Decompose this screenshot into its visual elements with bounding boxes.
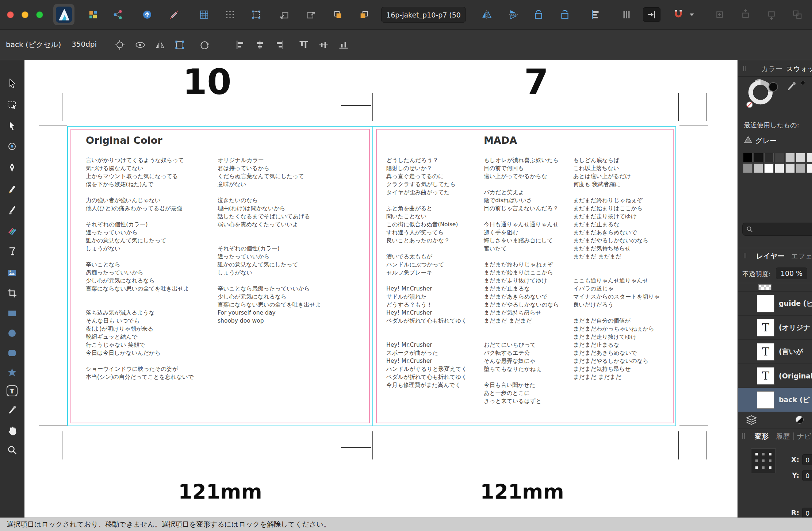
insert-replace-icon[interactable] <box>790 7 805 22</box>
export-badge-icon[interactable] <box>140 7 154 22</box>
align-bottom-icon[interactable] <box>337 38 350 51</box>
move-front-icon[interactable] <box>303 7 318 22</box>
color-swatch[interactable] <box>764 153 774 162</box>
color-swatch[interactable] <box>754 153 763 162</box>
corner-tool[interactable] <box>4 138 20 154</box>
dotted-grid-icon[interactable] <box>223 7 237 22</box>
layer-row[interactable]: T (Original <box>738 363 812 388</box>
text-tool[interactable]: T <box>4 383 20 399</box>
alignment-icon[interactable] <box>588 7 603 22</box>
close-button[interactable] <box>7 11 14 18</box>
flip-horizontal-icon[interactable] <box>479 7 494 22</box>
bounding-box-icon[interactable] <box>173 38 186 51</box>
fill-gradient-tool[interactable] <box>4 243 20 259</box>
color-swatch[interactable] <box>796 153 805 162</box>
color-swatch[interactable] <box>807 163 812 173</box>
color-swatch[interactable] <box>775 163 784 173</box>
color-swatch[interactable] <box>785 163 795 173</box>
swatch-search-field[interactable] <box>742 223 812 236</box>
snap-bounds-icon[interactable] <box>249 7 264 22</box>
swatch-category-dropdown[interactable]: グレー <box>755 136 777 146</box>
rotate-cw-icon[interactable] <box>558 7 572 22</box>
tab-effects[interactable]: エフェ <box>791 251 812 261</box>
ungroup-icon[interactable] <box>357 7 371 22</box>
minimize-button[interactable] <box>22 11 28 18</box>
pen-tool[interactable] <box>4 159 20 176</box>
document-canvas[interactable]: 10 7 Original Color 言いがかりつけてくるような奴らって気づけ… <box>24 60 738 517</box>
mirror-icon[interactable] <box>153 38 166 51</box>
layer-row[interactable]: guide (ピ <box>738 291 812 315</box>
rectangle-tool[interactable] <box>4 305 20 321</box>
tab-layers[interactable]: レイヤー <box>756 251 784 261</box>
anchor-point-selector[interactable] <box>751 449 776 473</box>
distribute-icon[interactable] <box>619 7 634 22</box>
align-middle-icon[interactable] <box>317 38 330 51</box>
opacity-dropdown[interactable]: 100 % <box>776 268 807 279</box>
crop-tool[interactable] <box>4 285 20 301</box>
share-icon[interactable] <box>111 7 125 22</box>
node-tool[interactable] <box>4 118 20 134</box>
y-field[interactable]: 0 <box>802 470 812 481</box>
panel-grip[interactable] <box>742 433 745 439</box>
zoom-tool[interactable] <box>4 442 20 458</box>
align-left-icon[interactable] <box>234 38 247 51</box>
assets-icon[interactable] <box>86 7 100 22</box>
move-tool[interactable] <box>4 76 20 92</box>
layer-row-partial[interactable] <box>738 283 812 291</box>
secondary-color-swatch[interactable] <box>769 82 778 92</box>
rotate-ccw-icon[interactable] <box>531 7 546 22</box>
color-picker-icon[interactable] <box>786 81 797 92</box>
color-swatch[interactable] <box>807 153 812 162</box>
picture-frame-tool[interactable] <box>4 265 20 281</box>
insert-inside-icon[interactable] <box>712 7 727 22</box>
tab-navigator[interactable]: ナビ <box>797 432 811 441</box>
no-fill-icon[interactable] <box>746 101 753 108</box>
r-field[interactable]: 0 <box>802 508 812 517</box>
color-swatch[interactable] <box>743 153 752 162</box>
align-center-h-icon[interactable] <box>253 38 267 51</box>
insert-below-icon[interactable] <box>764 7 779 22</box>
tab-transform[interactable]: 変形 <box>755 432 769 441</box>
rounded-rectangle-tool[interactable] <box>4 345 20 361</box>
pan-tool[interactable] <box>4 422 20 438</box>
x-field[interactable]: 0 <box>802 454 812 465</box>
pencil-tool[interactable] <box>4 181 20 197</box>
insert-target-icon[interactable] <box>643 7 660 22</box>
edit-slash-icon[interactable] <box>167 7 181 22</box>
zoom-button[interactable] <box>36 11 43 18</box>
color-swatch[interactable] <box>743 163 752 173</box>
tab-history[interactable]: 履歴 <box>776 432 790 441</box>
tab-swatches[interactable]: スウォッチ <box>786 64 812 74</box>
color-swatch[interactable] <box>754 163 763 173</box>
layers-stack-icon[interactable] <box>746 415 757 425</box>
adjustment-icon[interactable] <box>796 416 804 424</box>
paint-brush-tool[interactable] <box>4 202 20 218</box>
insert-above-icon[interactable] <box>738 7 753 22</box>
align-right-icon[interactable] <box>273 38 286 51</box>
color-swatch[interactable] <box>785 153 795 162</box>
color-swatch[interactable] <box>764 163 774 173</box>
tab-color[interactable]: カラー <box>761 64 782 74</box>
snapping-caret-icon[interactable] <box>688 7 696 22</box>
vector-brush-tool[interactable] <box>4 222 20 238</box>
cycle-selection-icon[interactable] <box>198 38 211 51</box>
star-tool[interactable] <box>4 365 20 381</box>
color-picker-tool[interactable] <box>4 402 20 418</box>
move-back-icon[interactable] <box>277 7 292 22</box>
snapping-magnet-icon[interactable] <box>671 7 686 22</box>
app-icon[interactable] <box>53 4 74 25</box>
rotation-center-icon[interactable] <box>113 38 126 51</box>
color-swatch[interactable] <box>796 163 805 173</box>
layer-row[interactable]: T (オリジナ <box>738 315 812 339</box>
align-top-icon[interactable] <box>297 38 310 51</box>
group-icon[interactable] <box>330 7 345 22</box>
layer-row[interactable]: T (言いが <box>738 339 812 363</box>
flip-vertical-icon[interactable] <box>506 7 521 22</box>
layer-row-selected[interactable]: back (ピ <box>738 388 812 412</box>
preview-eye-icon[interactable] <box>134 38 147 51</box>
document-title-dropdown[interactable]: 16p-jaket_p10-p7 (50 <box>381 7 466 23</box>
frame-tool[interactable] <box>4 97 20 113</box>
ellipse-tool[interactable] <box>4 325 20 341</box>
panel-grip[interactable] <box>744 253 746 258</box>
panel-grip[interactable] <box>743 66 746 71</box>
